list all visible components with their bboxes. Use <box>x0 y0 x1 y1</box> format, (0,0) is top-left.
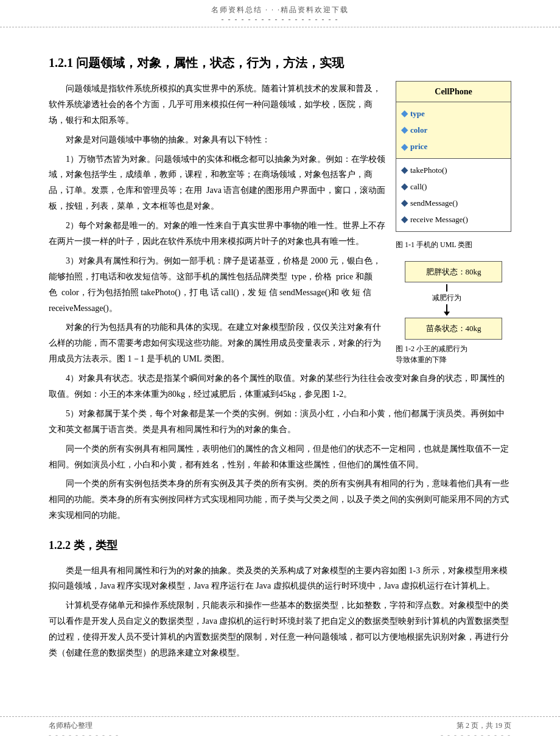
weight-box1-value: 80kg <box>466 267 481 276</box>
section-1-body: CellPhone ◆ type ◆ color ◆ price <box>49 81 511 523</box>
uml-attr-type: ◆ type <box>401 106 506 121</box>
uml-title: CellPhone <box>396 82 511 102</box>
footer-left-dots: - - - - - - - - - - - <box>49 731 119 739</box>
uml-diagram: CellPhone ◆ type ◆ color ◆ price <box>396 81 511 232</box>
weight-box-1: 肥胖状态：80kg <box>405 261 502 282</box>
weight-box-2: 苗条状态：40kg <box>405 318 502 339</box>
item-6: 5）对象都属于某个类，每个对象都是某一个类的实例。例如：演员小红，小白和小黄，他… <box>49 406 511 438</box>
right-diagrams: CellPhone ◆ type ◆ color ◆ price <box>396 81 511 365</box>
method-icon-3: ◆ <box>401 195 408 211</box>
uml-attr-price: ◆ price <box>401 139 506 155</box>
item-8: 同一个类的所有实例包括类本身的所有实例及其子类的所有实例。类的所有实例具有相同的… <box>49 476 511 523</box>
header-dots: - - - - - - - - - - - - - - - - - - <box>222 15 339 24</box>
method-icon-1: ◆ <box>401 162 408 178</box>
attr-icon-price: ◆ <box>401 139 408 155</box>
uml-attr-color: ◆ color <box>401 122 506 138</box>
weight-diagram: 肥胖状态：80kg 减肥行为 苗条状态：40kg <box>396 261 511 365</box>
section-1-title: 1.2.1 问题领域，对象，属性，状态，行为，方法，实现 <box>49 52 511 74</box>
method-icon-4: ◆ <box>401 212 408 227</box>
method-icon-2: ◆ <box>401 179 408 194</box>
section2-para2: 计算机受存储单元和操作系统限制，只能表示和操作一些基本的数据类型，比如整数，字符… <box>49 598 511 661</box>
weight-box2-value: 40kg <box>466 324 481 333</box>
attr-icon-type: ◆ <box>401 106 408 121</box>
item-5: 4）对象具有状态。状态是指某个瞬间对象的各个属性的取值。对象的某些行为往往会改变… <box>49 371 511 402</box>
method-name-1: takePhoto() <box>410 163 447 177</box>
item-7: 同一个类的所有实例具有相同属性，表明他们的属性的含义相同，但是他们的状态不一定相… <box>49 441 511 473</box>
uml-method-receivemessage: ◆ receive Message() <box>401 212 506 227</box>
uml-method-sendmessage: ◆ sendMessage() <box>401 195 506 211</box>
footer-left-area: 名师精心整理 - - - - - - - - - - - <box>49 721 119 740</box>
weight-arrow-label: 减肥行为 <box>432 292 461 305</box>
attr-icon-color: ◆ <box>401 122 408 138</box>
attr-name-price: price <box>410 139 427 153</box>
section-2-title: 1.2.2 类，类型 <box>49 536 511 555</box>
uml-caption: 图 1-1 手机的 UML 类图 <box>396 239 511 250</box>
section2-para1: 类是一组具有相同属性和行为的对象的抽象。类及类的关系构成了对象模型的主要内容如图… <box>49 563 511 595</box>
footer-left-text: 名师精心整理 <box>49 721 93 730</box>
page-footer: 名师精心整理 - - - - - - - - - - - 第 2 页，共 19 … <box>0 716 560 740</box>
uml-method-takephoto: ◆ takePhoto() <box>401 162 506 178</box>
attr-name-color: color <box>410 123 427 137</box>
attr-name-type: type <box>410 107 425 121</box>
uml-methods: ◆ takePhoto() ◆ call() ◆ sendMessage() ◆… <box>396 159 511 231</box>
footer-right-dots: - - - - - - - - - - - <box>441 731 511 739</box>
weight-box1-label: 肥胖状态： <box>426 267 466 276</box>
footer-right-text: 第 2 页，共 19 页 <box>457 721 511 730</box>
method-name-3: sendMessage() <box>410 196 458 210</box>
page-header: 名师资料总结 · · ·精品资料欢迎下载 - - - - - - - - - -… <box>0 0 560 27</box>
method-name-2: call() <box>410 180 427 194</box>
header-text: 名师资料总结 · · ·精品资料欢迎下载 <box>211 5 349 14</box>
uml-method-call: ◆ call() <box>401 179 506 194</box>
uml-attributes: ◆ type ◆ color ◆ price <box>396 102 511 159</box>
weight-box2-label: 苗条状态： <box>426 324 466 333</box>
page-content: 1.2.1 问题领域，对象，属性，状态，行为，方法，实现 CellPhone ◆… <box>0 27 560 701</box>
weight-caption: 图 1-2 小王的减肥行为 导致体重的下降 <box>396 343 511 365</box>
method-name-4: receive Message() <box>410 212 468 226</box>
footer-right-area: 第 2 页，共 19 页 - - - - - - - - - - - <box>441 721 511 740</box>
